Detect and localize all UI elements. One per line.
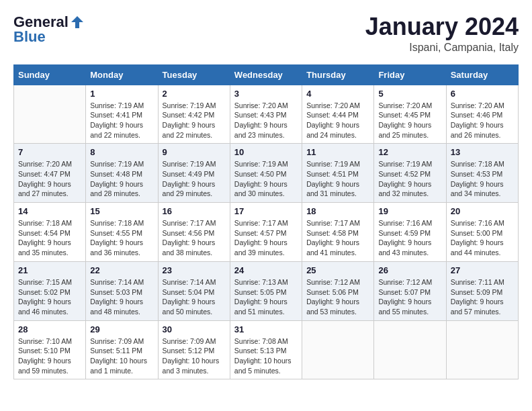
- day-number: 31: [234, 324, 298, 334]
- day-number: 6: [451, 89, 514, 99]
- day-info: Sunrise: 7:11 AMSunset: 5:09 PMDaylight:…: [451, 277, 514, 317]
- calendar-cell: 3 Sunrise: 7:20 AMSunset: 4:43 PMDayligh…: [230, 85, 302, 144]
- weekday-header-sunday: Sunday: [14, 64, 86, 85]
- day-info: Sunrise: 7:14 AMSunset: 5:04 PMDaylight:…: [163, 277, 226, 317]
- calendar-cell: 8 Sunrise: 7:19 AMSunset: 4:48 PMDayligh…: [86, 144, 158, 203]
- calendar-cell: 26 Sunrise: 7:12 AMSunset: 5:07 PMDaylig…: [374, 261, 446, 320]
- weekday-header-wednesday: Wednesday: [230, 64, 302, 85]
- weekday-header-row: SundayMondayTuesdayWednesdayThursdayFrid…: [14, 64, 519, 85]
- day-info: Sunrise: 7:17 AMSunset: 4:58 PMDaylight:…: [306, 218, 369, 258]
- calendar-week-3: 14 Sunrise: 7:18 AMSunset: 4:54 PMDaylig…: [14, 203, 519, 262]
- calendar-cell: [302, 320, 374, 379]
- calendar-week-2: 7 Sunrise: 7:20 AMSunset: 4:47 PMDayligh…: [14, 144, 519, 203]
- location: Ispani, Campania, Italy: [365, 42, 519, 54]
- calendar-cell: 17 Sunrise: 7:17 AMSunset: 4:57 PMDaylig…: [230, 203, 302, 262]
- day-number: 24: [234, 265, 298, 275]
- calendar-cell: [14, 85, 86, 144]
- day-info: Sunrise: 7:19 AMSunset: 4:50 PMDaylight:…: [234, 159, 298, 199]
- calendar-cell: 14 Sunrise: 7:18 AMSunset: 4:54 PMDaylig…: [14, 203, 86, 262]
- calendar-cell: 27 Sunrise: 7:11 AMSunset: 5:09 PMDaylig…: [446, 261, 518, 320]
- calendar-cell: 29 Sunrise: 7:09 AMSunset: 5:11 PMDaylig…: [86, 320, 158, 379]
- day-info: Sunrise: 7:19 AMSunset: 4:42 PMDaylight:…: [163, 101, 226, 140]
- day-number: 19: [378, 206, 441, 216]
- calendar-cell: 16 Sunrise: 7:17 AMSunset: 4:56 PMDaylig…: [158, 203, 230, 262]
- day-number: 7: [18, 147, 81, 157]
- day-info: Sunrise: 7:19 AMSunset: 4:49 PMDaylight:…: [163, 159, 226, 199]
- day-number: 22: [90, 265, 153, 275]
- day-number: 14: [18, 206, 81, 216]
- day-info: Sunrise: 7:16 AMSunset: 5:00 PMDaylight:…: [451, 218, 514, 258]
- calendar-cell: 21 Sunrise: 7:15 AMSunset: 5:02 PMDaylig…: [14, 261, 86, 320]
- day-info: Sunrise: 7:20 AMSunset: 4:44 PMDaylight:…: [306, 101, 369, 140]
- calendar-cell: 9 Sunrise: 7:19 AMSunset: 4:49 PMDayligh…: [158, 144, 230, 203]
- calendar-cell: 7 Sunrise: 7:20 AMSunset: 4:47 PMDayligh…: [14, 144, 86, 203]
- calendar-cell: 28 Sunrise: 7:10 AMSunset: 5:10 PMDaylig…: [14, 320, 86, 379]
- calendar-cell: 18 Sunrise: 7:17 AMSunset: 4:58 PMDaylig…: [302, 203, 374, 262]
- title-block: January 2024 Ispani, Campania, Italy: [365, 13, 519, 54]
- weekday-header-saturday: Saturday: [446, 64, 518, 85]
- day-info: Sunrise: 7:12 AMSunset: 5:06 PMDaylight:…: [306, 277, 369, 317]
- day-number: 12: [378, 147, 441, 157]
- day-number: 3: [234, 89, 298, 99]
- logo-bird-icon: [70, 15, 85, 30]
- calendar-cell: 12 Sunrise: 7:19 AMSunset: 4:52 PMDaylig…: [374, 144, 446, 203]
- calendar-week-1: 1 Sunrise: 7:19 AMSunset: 4:41 PMDayligh…: [14, 85, 519, 144]
- day-number: 16: [163, 206, 226, 216]
- calendar-cell: [446, 320, 518, 379]
- day-number: 1: [90, 89, 153, 99]
- calendar-cell: 5 Sunrise: 7:20 AMSunset: 4:45 PMDayligh…: [374, 85, 446, 144]
- calendar-cell: [374, 320, 446, 379]
- day-info: Sunrise: 7:13 AMSunset: 5:05 PMDaylight:…: [234, 277, 298, 317]
- day-info: Sunrise: 7:19 AMSunset: 4:48 PMDaylight:…: [90, 159, 153, 199]
- day-number: 21: [18, 265, 81, 275]
- calendar-cell: 30 Sunrise: 7:09 AMSunset: 5:12 PMDaylig…: [158, 320, 230, 379]
- day-number: 2: [163, 89, 226, 99]
- weekday-header-monday: Monday: [86, 64, 158, 85]
- calendar-cell: 20 Sunrise: 7:16 AMSunset: 5:00 PMDaylig…: [446, 203, 518, 262]
- weekday-header-thursday: Thursday: [302, 64, 374, 85]
- calendar-cell: 19 Sunrise: 7:16 AMSunset: 4:59 PMDaylig…: [374, 203, 446, 262]
- day-number: 28: [18, 324, 81, 334]
- day-info: Sunrise: 7:09 AMSunset: 5:11 PMDaylight:…: [90, 336, 153, 376]
- day-info: Sunrise: 7:18 AMSunset: 4:54 PMDaylight:…: [18, 218, 81, 258]
- day-info: Sunrise: 7:19 AMSunset: 4:51 PMDaylight:…: [306, 159, 369, 199]
- svg-marker-0: [71, 16, 83, 28]
- day-info: Sunrise: 7:12 AMSunset: 5:07 PMDaylight:…: [378, 277, 441, 317]
- weekday-header-friday: Friday: [374, 64, 446, 85]
- day-info: Sunrise: 7:17 AMSunset: 4:57 PMDaylight:…: [234, 218, 298, 258]
- day-info: Sunrise: 7:20 AMSunset: 4:46 PMDaylight:…: [451, 101, 514, 140]
- month-title: January 2024: [365, 13, 519, 40]
- logo-blue: Blue: [13, 28, 46, 46]
- calendar-cell: 13 Sunrise: 7:18 AMSunset: 4:53 PMDaylig…: [446, 144, 518, 203]
- calendar-week-4: 21 Sunrise: 7:15 AMSunset: 5:02 PMDaylig…: [14, 261, 519, 320]
- day-info: Sunrise: 7:16 AMSunset: 4:59 PMDaylight:…: [378, 218, 441, 258]
- calendar-cell: 2 Sunrise: 7:19 AMSunset: 4:42 PMDayligh…: [158, 85, 230, 144]
- day-number: 9: [163, 147, 226, 157]
- day-number: 23: [163, 265, 226, 275]
- day-info: Sunrise: 7:10 AMSunset: 5:10 PMDaylight:…: [18, 336, 81, 376]
- day-info: Sunrise: 7:18 AMSunset: 4:55 PMDaylight:…: [90, 218, 153, 258]
- day-info: Sunrise: 7:14 AMSunset: 5:03 PMDaylight:…: [90, 277, 153, 317]
- day-number: 17: [234, 206, 298, 216]
- day-info: Sunrise: 7:19 AMSunset: 4:41 PMDaylight:…: [90, 101, 153, 140]
- day-info: Sunrise: 7:20 AMSunset: 4:43 PMDaylight:…: [234, 101, 298, 140]
- day-info: Sunrise: 7:20 AMSunset: 4:47 PMDaylight:…: [18, 159, 81, 199]
- day-number: 15: [90, 206, 153, 216]
- day-info: Sunrise: 7:15 AMSunset: 5:02 PMDaylight:…: [18, 277, 81, 317]
- calendar-cell: 4 Sunrise: 7:20 AMSunset: 4:44 PMDayligh…: [302, 85, 374, 144]
- calendar-cell: 6 Sunrise: 7:20 AMSunset: 4:46 PMDayligh…: [446, 85, 518, 144]
- day-number: 26: [378, 265, 441, 275]
- calendar-cell: 15 Sunrise: 7:18 AMSunset: 4:55 PMDaylig…: [86, 203, 158, 262]
- day-info: Sunrise: 7:17 AMSunset: 4:56 PMDaylight:…: [163, 218, 226, 258]
- calendar-cell: 24 Sunrise: 7:13 AMSunset: 5:05 PMDaylig…: [230, 261, 302, 320]
- day-number: 11: [306, 147, 369, 157]
- day-info: Sunrise: 7:18 AMSunset: 4:53 PMDaylight:…: [451, 159, 514, 199]
- calendar-cell: 10 Sunrise: 7:19 AMSunset: 4:50 PMDaylig…: [230, 144, 302, 203]
- calendar-cell: 31 Sunrise: 7:08 AMSunset: 5:13 PMDaylig…: [230, 320, 302, 379]
- calendar-cell: 1 Sunrise: 7:19 AMSunset: 4:41 PMDayligh…: [86, 85, 158, 144]
- day-number: 30: [163, 324, 226, 334]
- logo: General Blue: [13, 13, 85, 46]
- calendar-week-5: 28 Sunrise: 7:10 AMSunset: 5:10 PMDaylig…: [14, 320, 519, 379]
- calendar-cell: 22 Sunrise: 7:14 AMSunset: 5:03 PMDaylig…: [86, 261, 158, 320]
- day-number: 27: [451, 265, 514, 275]
